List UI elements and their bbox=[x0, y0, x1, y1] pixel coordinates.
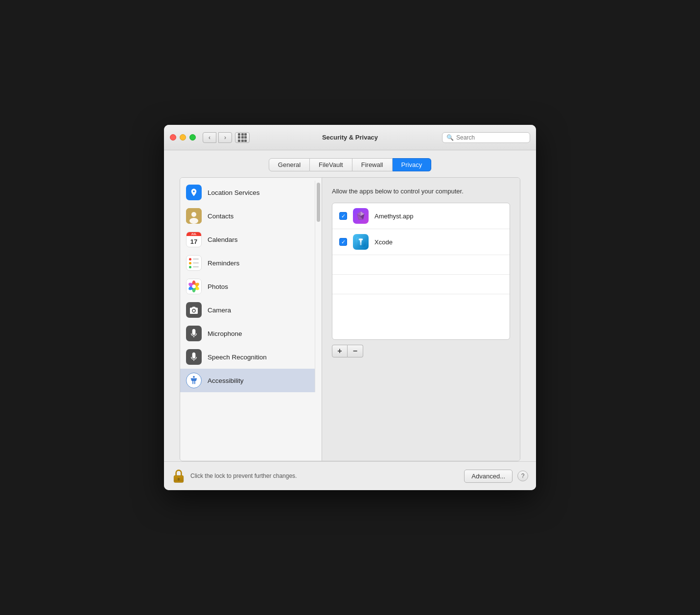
list-controls: + − bbox=[332, 345, 510, 357]
svg-point-2 bbox=[189, 218, 198, 224]
amethyst-icon bbox=[353, 208, 369, 224]
sidebar-label-reminders: Reminders bbox=[208, 260, 239, 267]
main-panel: Location Services Contacts J bbox=[180, 177, 520, 461]
sidebar-item-camera[interactable]: Camera bbox=[180, 298, 315, 322]
grid-icon bbox=[238, 133, 247, 142]
traffic-lights bbox=[170, 134, 196, 141]
search-icon: 🔍 bbox=[446, 134, 454, 141]
sidebar-inner: Location Services Contacts J bbox=[180, 181, 322, 392]
lock-text: Click the lock to prevent further change… bbox=[190, 473, 464, 479]
apps-list: ✓ Amethyst.app bbox=[332, 203, 510, 340]
tab-firewall[interactable]: Firewall bbox=[352, 158, 393, 171]
calendar-icon: JUL 17 bbox=[186, 232, 202, 247]
sidebar-item-microphone[interactable]: Microphone bbox=[180, 322, 315, 345]
amethyst-checkbox[interactable]: ✓ bbox=[339, 212, 347, 220]
table-row[interactable]: ✓ bbox=[332, 229, 510, 255]
content-area: Location Services Contacts J bbox=[164, 177, 536, 461]
empty-row bbox=[332, 275, 510, 294]
sidebar-label-calendars: Calendars bbox=[208, 236, 238, 243]
sidebar-items: Location Services Contacts J bbox=[180, 181, 315, 392]
amethyst-app-name: Amethyst.app bbox=[374, 213, 414, 220]
search-input[interactable] bbox=[456, 134, 526, 141]
titlebar: ‹ › Security & Privacy 🔍 bbox=[164, 125, 536, 150]
sidebar-item-photos[interactable]: Photos bbox=[180, 275, 315, 298]
detail-panel: Allow the apps below to control your com… bbox=[322, 178, 520, 461]
sidebar-label-photos: Photos bbox=[208, 283, 228, 290]
reminders-icon bbox=[186, 255, 202, 271]
advanced-button[interactable]: Advanced... bbox=[464, 470, 513, 483]
search-box[interactable]: 🔍 bbox=[442, 132, 530, 143]
lock-icon[interactable] bbox=[172, 468, 186, 484]
contacts-icon bbox=[186, 208, 202, 224]
sidebar-item-contacts[interactable]: Contacts bbox=[180, 204, 315, 228]
sidebar-item-reminders[interactable]: Reminders bbox=[180, 251, 315, 275]
window-title: Security & Privacy bbox=[322, 134, 378, 141]
close-button[interactable] bbox=[170, 134, 176, 141]
sidebar-label-location: Location Services bbox=[208, 189, 260, 196]
empty-row bbox=[332, 255, 510, 275]
sidebar-item-accessibility[interactable]: Accessibility bbox=[180, 369, 315, 392]
xcode-icon bbox=[353, 234, 369, 250]
tab-privacy[interactable]: Privacy bbox=[393, 158, 432, 171]
xcode-app-name: Xcode bbox=[374, 238, 393, 246]
zoom-button[interactable] bbox=[189, 134, 196, 141]
add-button[interactable]: + bbox=[332, 345, 348, 357]
photos-icon bbox=[186, 279, 202, 294]
sidebar-label-speech: Speech Recognition bbox=[208, 354, 267, 361]
grid-view-button[interactable] bbox=[235, 132, 250, 143]
detail-description: Allow the apps below to control your com… bbox=[332, 188, 510, 195]
nav-buttons: ‹ › bbox=[203, 132, 232, 143]
location-icon bbox=[186, 185, 202, 200]
minimize-button[interactable] bbox=[180, 134, 186, 141]
sidebar-scrollbar[interactable] bbox=[315, 181, 322, 392]
svg-rect-20 bbox=[360, 243, 361, 245]
svg-point-1 bbox=[191, 212, 196, 217]
svg-point-11 bbox=[193, 376, 195, 378]
svg-rect-19 bbox=[359, 238, 363, 240]
tab-filevault[interactable]: FileVault bbox=[310, 158, 352, 171]
table-row[interactable]: ✓ Amethyst.app bbox=[332, 203, 510, 229]
sidebar: Location Services Contacts J bbox=[180, 178, 322, 461]
back-button[interactable]: ‹ bbox=[203, 132, 216, 143]
sidebar-item-speech[interactable]: Speech Recognition bbox=[180, 345, 315, 369]
svg-point-10 bbox=[192, 284, 196, 288]
svg-rect-22 bbox=[174, 476, 184, 477]
microphone-icon bbox=[186, 326, 202, 341]
sidebar-label-camera: Camera bbox=[208, 307, 231, 314]
sidebar-item-location[interactable]: Location Services bbox=[180, 181, 315, 204]
camera-icon bbox=[186, 302, 202, 318]
sidebar-label-accessibility: Accessibility bbox=[208, 377, 244, 384]
remove-button[interactable]: − bbox=[348, 345, 363, 357]
forward-button[interactable]: › bbox=[218, 132, 232, 143]
xcode-checkbox[interactable]: ✓ bbox=[339, 238, 347, 246]
help-button[interactable]: ? bbox=[517, 471, 528, 481]
scrollbar-thumb bbox=[317, 183, 320, 222]
svg-rect-25 bbox=[178, 479, 180, 481]
empty-row bbox=[332, 294, 510, 314]
tabs-bar: General FileVault Firewall Privacy bbox=[164, 150, 536, 177]
bottom-bar: Click the lock to prevent further change… bbox=[164, 461, 536, 490]
main-window: ‹ › Security & Privacy 🔍 General FileVau… bbox=[164, 125, 536, 490]
sidebar-label-contacts: Contacts bbox=[208, 213, 233, 220]
sidebar-label-microphone: Microphone bbox=[208, 330, 242, 337]
speech-icon bbox=[186, 349, 202, 365]
sidebar-item-calendars[interactable]: JUL 17 Calendars bbox=[180, 228, 315, 251]
accessibility-icon bbox=[186, 373, 202, 388]
tab-general[interactable]: General bbox=[269, 158, 310, 171]
